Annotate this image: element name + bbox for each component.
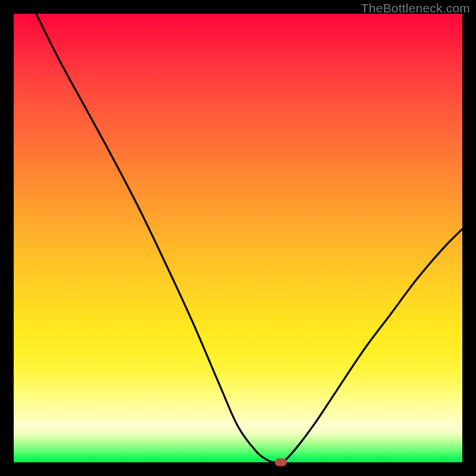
optimal-marker (275, 459, 287, 466)
bottleneck-curve (14, 14, 462, 462)
chart-frame: TheBottleneck.com (0, 0, 476, 476)
watermark-label: TheBottleneck.com (361, 1, 470, 15)
plot-area (14, 14, 462, 462)
